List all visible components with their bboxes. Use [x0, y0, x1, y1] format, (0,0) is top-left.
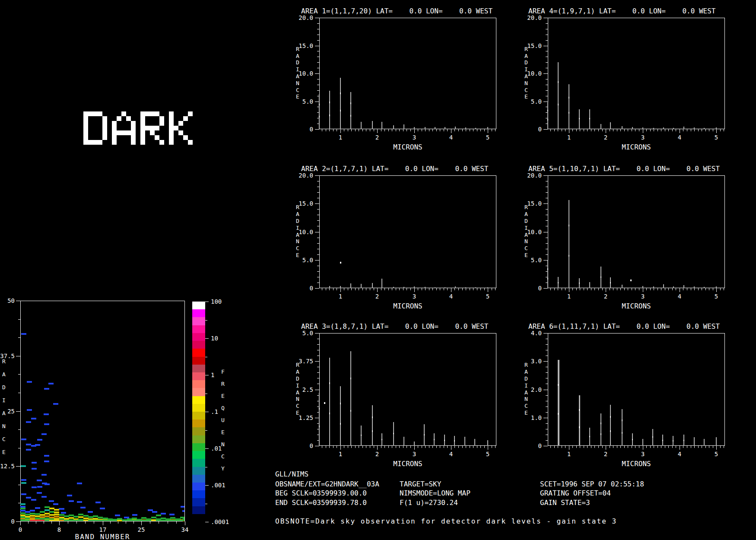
histogram-cell [26, 449, 31, 451]
y-axis-tick-label: 50 [0, 298, 15, 304]
histogram-cell [21, 465, 26, 467]
x-axis-tick [176, 521, 177, 524]
colorbar-segment [192, 357, 205, 365]
x-axis-tick [76, 521, 77, 524]
x-axis-tick-label: 0 [15, 527, 25, 533]
histogram-baseline-cell [170, 520, 175, 521]
histogram-cell [95, 502, 101, 503]
target-value: TARGET=SKY [400, 480, 441, 488]
histogram-baseline-cell [122, 520, 127, 521]
histogram-cell [100, 508, 105, 509]
obsnote-text: OBSNOTE=Dark sky observation for detecto… [275, 518, 617, 525]
histogram-cell [26, 421, 31, 423]
colorbar-label-letter: U [220, 417, 226, 423]
x-axis-tick-label: 17 [98, 527, 108, 533]
histogram-cell [30, 513, 35, 515]
histogram-cell [21, 493, 26, 495]
histogram-cell [26, 444, 31, 445]
histogram-cell [54, 509, 59, 511]
y-axis-tick [16, 301, 20, 301]
colorbar-segment [192, 443, 205, 451]
colorbar-minor-tick [205, 504, 207, 504]
colorbar-label-letter: E [220, 393, 226, 399]
x-axis-label: BAND NUMBER [73, 533, 133, 540]
histogram-cell [44, 413, 49, 415]
histogram-cell [54, 516, 59, 518]
f1u-value: F(1 u)=2730.24 [400, 499, 458, 507]
colorbar-segment [192, 349, 205, 357]
colorbar-segment [192, 467, 205, 475]
histogram-cell [27, 409, 32, 411]
y-axis-tick-label: 0 [0, 518, 15, 524]
colorbar-segment [192, 309, 205, 318]
colorbar-segment [192, 451, 205, 459]
histogram-cell [161, 513, 166, 515]
y-axis-tick [16, 521, 20, 522]
histogram-frame [20, 301, 185, 521]
colorbar-segment [192, 372, 205, 381]
y-axis-label-letter: D [1, 384, 6, 390]
colorbar-tick [205, 338, 209, 339]
colorbar-label-letter: N [220, 442, 226, 447]
x-axis-tick [141, 521, 142, 525]
colorbar-segment [192, 459, 205, 467]
scet-value: SCET=1996 SEP 07 02:55:18 [540, 480, 644, 488]
histogram-cell [77, 483, 82, 484]
histogram-cell [44, 461, 49, 462]
colorbar-label-letter: E [220, 429, 226, 435]
x-axis-tick [126, 521, 126, 524]
x-axis-tick-label: 34 [180, 527, 190, 533]
histogram-baseline-cell [183, 520, 184, 521]
colorbar-segment [192, 380, 205, 388]
histogram-cell [69, 500, 74, 502]
histogram-cell [53, 403, 58, 405]
colorbar-tick-label: 10 [211, 335, 237, 341]
end-sclk-value: END SCLK=03599939.78.0 [275, 499, 367, 507]
colorbar-tick [205, 522, 209, 522]
y-axis-tick [18, 374, 20, 375]
y-axis-label-letter: A [1, 372, 6, 377]
y-axis-label-letter: E [1, 449, 6, 455]
histogram-cell [54, 514, 59, 515]
x-axis-tick [168, 521, 168, 524]
nimsmode-value: NIMSMODE=LONG MAP [400, 489, 470, 497]
colorbar-segment [192, 435, 205, 444]
colorbar-tick-label: .001 [211, 482, 237, 488]
y-axis-tick [18, 393, 20, 393]
histogram-cell [21, 438, 26, 440]
histogram-cell [48, 383, 54, 384]
x-axis-tick [51, 521, 52, 524]
histogram-baseline-cell [78, 520, 83, 521]
x-axis-tick-label: 8 [54, 527, 64, 533]
x-axis-tick [150, 521, 150, 524]
histogram-cell [169, 514, 175, 515]
x-axis-tick [110, 521, 111, 524]
histogram-cell [32, 486, 37, 488]
histogram-cell [37, 439, 42, 441]
histogram-cell [54, 511, 59, 513]
histogram-cell [78, 514, 83, 515]
colorbar-segment [192, 388, 205, 396]
histogram-cell [170, 517, 175, 519]
histogram-baseline-cell [30, 520, 35, 521]
histogram-cell [53, 503, 58, 505]
histogram-cell [26, 497, 31, 499]
y-axis-tick [18, 337, 20, 338]
y-axis-tick [18, 429, 20, 430]
colorbar-tick-label: 100 [211, 299, 237, 305]
histogram-cell [78, 516, 83, 518]
beg-sclk-value: BEG SCLK=03599939.00.0 [275, 489, 367, 497]
colorbar-segment [192, 333, 205, 341]
histogram-cell [181, 506, 184, 508]
colorbar-segment [192, 514, 205, 522]
x-axis-tick [68, 521, 68, 524]
colorbar-segment [192, 317, 205, 325]
colorbar-tick [205, 375, 209, 375]
x-axis-tick [44, 521, 44, 524]
histogram-cell [44, 483, 50, 485]
y-axis-label-letter: R [1, 359, 6, 364]
histogram-cell [49, 500, 54, 502]
instrument-label: GLL/NIMS [275, 470, 308, 478]
histogram-baseline-cell [54, 520, 59, 521]
y-axis-label-letter: N [1, 423, 6, 429]
